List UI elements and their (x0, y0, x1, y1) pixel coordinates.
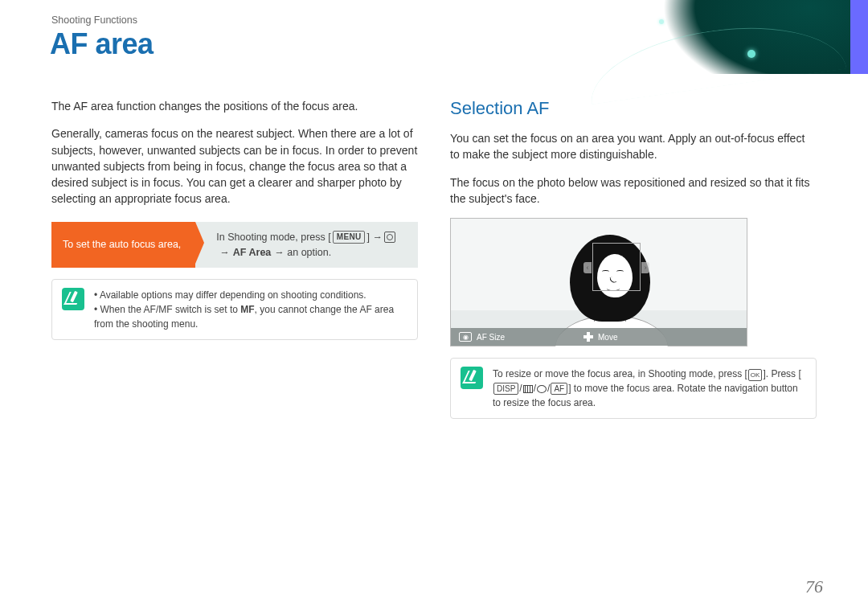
instruction-box: To set the auto focus area, In Shooting … (51, 222, 418, 269)
nr-a: To resize or move the focus area, in Sho… (493, 368, 747, 379)
af-size-group: ◉ AF Size (459, 332, 505, 342)
page-number: 76 (805, 576, 823, 597)
section-heading: Selection AF (450, 98, 817, 119)
note-list: Available options may differ depending o… (94, 288, 407, 331)
note-box-right: To resize or move the focus area, in Sho… (450, 358, 817, 419)
menu-button-icon: MENU (333, 231, 366, 244)
focus-right-handle: › (641, 262, 649, 273)
intro-text: The AF area function changes the positio… (51, 98, 418, 114)
move-label: Move (598, 333, 617, 342)
pen-icon (461, 367, 483, 389)
page-header: Shooting Functions AF area (0, 0, 868, 74)
breadcrumb: Shooting Functions (51, 14, 137, 26)
right-p1: You can set the focus on an area you wan… (450, 130, 817, 163)
move-group: Move (583, 332, 617, 342)
disp-button-icon: DISP (493, 383, 518, 395)
camera-icon (384, 232, 395, 243)
left-column: The AF area function changes the positio… (51, 98, 418, 419)
note-item-1: Available options may differ depending o… (94, 288, 407, 302)
arrow-icon: → (219, 245, 230, 260)
instruction-body: In Shooting mode, press [ MENU ] → → AF … (195, 222, 418, 269)
note2b: MF (240, 304, 254, 315)
right-column: Selection AF You can set the focus on an… (450, 98, 817, 419)
instruction-flag-text: To set the auto focus area, (63, 238, 181, 252)
note-right-text: To resize or move the focus area, in Sho… (493, 367, 806, 410)
header-decoration (547, 0, 868, 74)
ok-button-icon: OK (748, 369, 763, 381)
note2a: When the AF/MF switch is set to (100, 304, 241, 315)
af-button-icon: AF (551, 383, 567, 395)
note-box-left: Available options may differ depending o… (51, 279, 418, 340)
af-size-icon: ◉ (459, 332, 472, 342)
page-title: AF area (50, 27, 154, 61)
nr-b: ]. Press [ (763, 368, 800, 379)
header-accent-bar (850, 0, 868, 74)
instr-post: → an option. (274, 245, 331, 260)
af-size-label: AF Size (477, 333, 505, 342)
instr-pre: In Shooting mode, press [ (216, 230, 330, 245)
right-p2: The focus on the photo below was reposit… (450, 174, 817, 207)
instr-arrow1: ] → (366, 230, 382, 245)
sample-photo: ‹ › ◉ AF Size Move (450, 218, 747, 346)
instruction-flag: To set the auto focus area, (51, 222, 195, 269)
note-item-2: When the AF/MF switch is set to MF, you … (94, 302, 407, 331)
dpad-icon (583, 332, 593, 342)
photo-footer: ◉ AF Size Move (451, 328, 747, 346)
pen-icon (62, 288, 84, 310)
body-text: Generally, cameras focus on the nearest … (51, 125, 418, 207)
focus-left-handle: ‹ (583, 262, 592, 273)
macro-icon (537, 385, 547, 393)
af-area-label: AF Area (233, 245, 271, 260)
grid-icon (523, 385, 533, 393)
focus-area-box: ‹ › (592, 243, 641, 291)
